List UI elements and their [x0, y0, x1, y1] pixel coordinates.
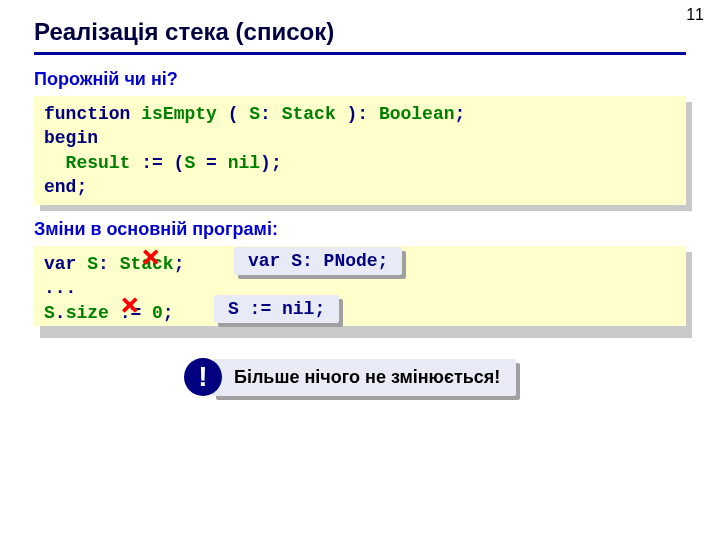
pn: :	[98, 254, 109, 274]
id: Stack	[271, 104, 347, 124]
section-heading-1: Порожній чи ні?	[34, 69, 686, 90]
id: nil	[217, 153, 260, 173]
cross-icon: ×	[121, 290, 139, 320]
id: size	[66, 303, 120, 323]
section-heading-2: Зміни в основній програмі:	[34, 219, 686, 240]
cross-icon: ×	[142, 242, 160, 272]
pn: (	[228, 104, 239, 124]
pn: ):	[347, 104, 369, 124]
ell: ...	[44, 278, 76, 298]
exclamation-icon: !	[184, 358, 222, 396]
slide: 11 Реалізація стека (список) Порожній чи…	[0, 0, 720, 540]
id: Boolean	[368, 104, 454, 124]
pn: ;	[163, 303, 174, 323]
kw: begin	[44, 128, 98, 148]
id: S	[76, 254, 98, 274]
note-box: Більше нічого не змінюється!	[212, 359, 516, 396]
pn: ;	[76, 177, 87, 197]
id: S	[238, 104, 260, 124]
note-row: ! Більше нічого не змінюється!	[184, 358, 686, 396]
callout-s-nil: S := nil;	[214, 295, 339, 323]
slide-title: Реалізація стека (список)	[34, 18, 686, 55]
id: isEmpty	[130, 104, 227, 124]
pn: .	[55, 303, 66, 323]
id: S	[44, 303, 55, 323]
id: S	[184, 153, 206, 173]
page-number: 11	[686, 6, 704, 24]
pn: :	[260, 104, 271, 124]
lit: 0	[141, 303, 163, 323]
pn: =	[206, 153, 217, 173]
pn: ;	[455, 104, 466, 124]
pn: );	[260, 153, 282, 173]
code-block-1: function isEmpty ( S: Stack ): Boolean; …	[34, 96, 686, 205]
code-block-2: var S: Stack; ... S.size := 0; var S: PN…	[34, 246, 686, 332]
pn: ;	[174, 254, 185, 274]
code-content-1: function isEmpty ( S: Stack ): Boolean; …	[34, 96, 686, 205]
kw: function	[44, 104, 130, 124]
pn: := (	[141, 153, 184, 173]
kw: end	[44, 177, 76, 197]
id: Result	[44, 153, 141, 173]
kw: var	[44, 254, 76, 274]
callout-var-pnode: var S: PNode;	[234, 247, 402, 275]
